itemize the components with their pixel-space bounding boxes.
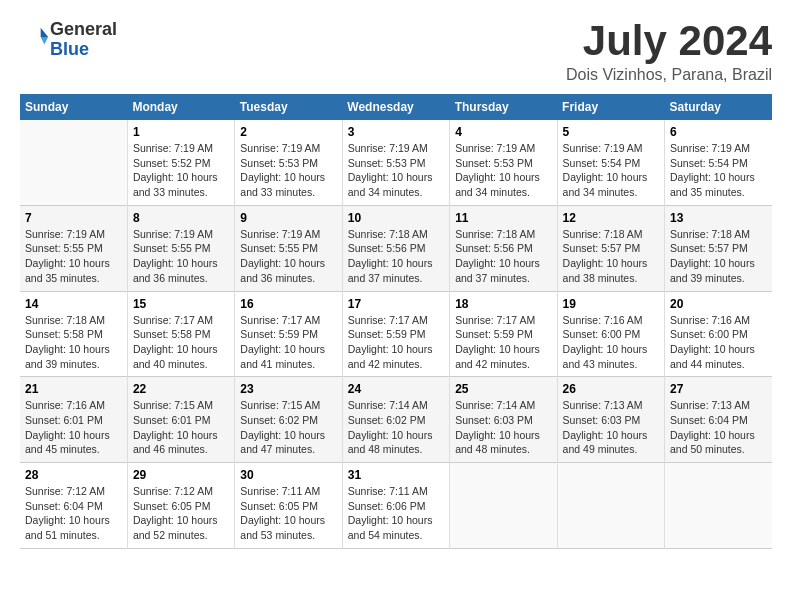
calendar-cell: 15Sunrise: 7:17 AM Sunset: 5:58 PM Dayli… (127, 291, 234, 377)
calendar-cell: 21Sunrise: 7:16 AM Sunset: 6:01 PM Dayli… (20, 377, 127, 463)
calendar-cell: 25Sunrise: 7:14 AM Sunset: 6:03 PM Dayli… (450, 377, 557, 463)
day-number: 11 (455, 211, 551, 225)
calendar-cell: 13Sunrise: 7:18 AM Sunset: 5:57 PM Dayli… (665, 205, 772, 291)
week-row-2: 7Sunrise: 7:19 AM Sunset: 5:55 PM Daylig… (20, 205, 772, 291)
header-day-wednesday: Wednesday (342, 94, 449, 120)
day-info: Sunrise: 7:19 AM Sunset: 5:54 PM Dayligh… (670, 141, 767, 200)
day-info: Sunrise: 7:17 AM Sunset: 5:58 PM Dayligh… (133, 313, 229, 372)
day-info: Sunrise: 7:11 AM Sunset: 6:06 PM Dayligh… (348, 484, 444, 543)
day-info: Sunrise: 7:18 AM Sunset: 5:56 PM Dayligh… (348, 227, 444, 286)
header-day-tuesday: Tuesday (235, 94, 342, 120)
calendar-cell: 1Sunrise: 7:19 AM Sunset: 5:52 PM Daylig… (127, 120, 234, 205)
day-number: 26 (563, 382, 659, 396)
day-number: 22 (133, 382, 229, 396)
day-number: 19 (563, 297, 659, 311)
calendar-cell: 2Sunrise: 7:19 AM Sunset: 5:53 PM Daylig… (235, 120, 342, 205)
day-info: Sunrise: 7:16 AM Sunset: 6:00 PM Dayligh… (670, 313, 767, 372)
day-info: Sunrise: 7:11 AM Sunset: 6:05 PM Dayligh… (240, 484, 336, 543)
title-block: July 2024 Dois Vizinhos, Parana, Brazil (566, 20, 772, 84)
logo-icon (22, 24, 50, 52)
day-number: 20 (670, 297, 767, 311)
calendar-cell: 7Sunrise: 7:19 AM Sunset: 5:55 PM Daylig… (20, 205, 127, 291)
day-number: 13 (670, 211, 767, 225)
calendar-cell: 19Sunrise: 7:16 AM Sunset: 6:00 PM Dayli… (557, 291, 664, 377)
calendar-cell: 11Sunrise: 7:18 AM Sunset: 5:56 PM Dayli… (450, 205, 557, 291)
day-number: 23 (240, 382, 336, 396)
day-info: Sunrise: 7:13 AM Sunset: 6:04 PM Dayligh… (670, 398, 767, 457)
calendar-cell: 26Sunrise: 7:13 AM Sunset: 6:03 PM Dayli… (557, 377, 664, 463)
page-header: General Blue July 2024 Dois Vizinhos, Pa… (20, 20, 772, 84)
day-number: 8 (133, 211, 229, 225)
day-number: 5 (563, 125, 659, 139)
calendar-cell (557, 463, 664, 549)
calendar-cell: 20Sunrise: 7:16 AM Sunset: 6:00 PM Dayli… (665, 291, 772, 377)
day-number: 4 (455, 125, 551, 139)
calendar-body: 1Sunrise: 7:19 AM Sunset: 5:52 PM Daylig… (20, 120, 772, 548)
day-info: Sunrise: 7:18 AM Sunset: 5:58 PM Dayligh… (25, 313, 122, 372)
day-info: Sunrise: 7:15 AM Sunset: 6:01 PM Dayligh… (133, 398, 229, 457)
day-number: 28 (25, 468, 122, 482)
day-number: 15 (133, 297, 229, 311)
week-row-5: 28Sunrise: 7:12 AM Sunset: 6:04 PM Dayli… (20, 463, 772, 549)
day-info: Sunrise: 7:19 AM Sunset: 5:55 PM Dayligh… (133, 227, 229, 286)
day-info: Sunrise: 7:18 AM Sunset: 5:57 PM Dayligh… (670, 227, 767, 286)
day-info: Sunrise: 7:16 AM Sunset: 6:01 PM Dayligh… (25, 398, 122, 457)
day-number: 17 (348, 297, 444, 311)
calendar-cell: 28Sunrise: 7:12 AM Sunset: 6:04 PM Dayli… (20, 463, 127, 549)
day-info: Sunrise: 7:17 AM Sunset: 5:59 PM Dayligh… (348, 313, 444, 372)
day-number: 3 (348, 125, 444, 139)
logo: General Blue (20, 20, 117, 60)
calendar-cell (20, 120, 127, 205)
calendar-cell: 30Sunrise: 7:11 AM Sunset: 6:05 PM Dayli… (235, 463, 342, 549)
calendar-cell: 29Sunrise: 7:12 AM Sunset: 6:05 PM Dayli… (127, 463, 234, 549)
day-info: Sunrise: 7:19 AM Sunset: 5:55 PM Dayligh… (240, 227, 336, 286)
month-title: July 2024 (566, 20, 772, 62)
svg-marker-0 (41, 28, 48, 37)
calendar-table: SundayMondayTuesdayWednesdayThursdayFrid… (20, 94, 772, 549)
day-number: 14 (25, 297, 122, 311)
day-number: 29 (133, 468, 229, 482)
day-info: Sunrise: 7:14 AM Sunset: 6:02 PM Dayligh… (348, 398, 444, 457)
day-info: Sunrise: 7:19 AM Sunset: 5:55 PM Dayligh… (25, 227, 122, 286)
day-number: 2 (240, 125, 336, 139)
day-number: 31 (348, 468, 444, 482)
day-number: 25 (455, 382, 551, 396)
calendar-cell: 4Sunrise: 7:19 AM Sunset: 5:53 PM Daylig… (450, 120, 557, 205)
day-number: 21 (25, 382, 122, 396)
day-info: Sunrise: 7:19 AM Sunset: 5:53 PM Dayligh… (455, 141, 551, 200)
day-info: Sunrise: 7:13 AM Sunset: 6:03 PM Dayligh… (563, 398, 659, 457)
day-info: Sunrise: 7:19 AM Sunset: 5:53 PM Dayligh… (348, 141, 444, 200)
day-info: Sunrise: 7:16 AM Sunset: 6:00 PM Dayligh… (563, 313, 659, 372)
calendar-cell (665, 463, 772, 549)
day-number: 27 (670, 382, 767, 396)
calendar-cell: 10Sunrise: 7:18 AM Sunset: 5:56 PM Dayli… (342, 205, 449, 291)
day-info: Sunrise: 7:19 AM Sunset: 5:52 PM Dayligh… (133, 141, 229, 200)
calendar-cell: 17Sunrise: 7:17 AM Sunset: 5:59 PM Dayli… (342, 291, 449, 377)
day-info: Sunrise: 7:18 AM Sunset: 5:57 PM Dayligh… (563, 227, 659, 286)
logo-general: General (50, 19, 117, 39)
day-number: 12 (563, 211, 659, 225)
calendar-cell: 14Sunrise: 7:18 AM Sunset: 5:58 PM Dayli… (20, 291, 127, 377)
day-number: 6 (670, 125, 767, 139)
header-day-friday: Friday (557, 94, 664, 120)
day-info: Sunrise: 7:15 AM Sunset: 6:02 PM Dayligh… (240, 398, 336, 457)
calendar-cell: 22Sunrise: 7:15 AM Sunset: 6:01 PM Dayli… (127, 377, 234, 463)
header-day-monday: Monday (127, 94, 234, 120)
calendar-cell: 12Sunrise: 7:18 AM Sunset: 5:57 PM Dayli… (557, 205, 664, 291)
day-number: 9 (240, 211, 336, 225)
calendar-cell: 24Sunrise: 7:14 AM Sunset: 6:02 PM Dayli… (342, 377, 449, 463)
calendar-cell: 5Sunrise: 7:19 AM Sunset: 5:54 PM Daylig… (557, 120, 664, 205)
week-row-4: 21Sunrise: 7:16 AM Sunset: 6:01 PM Dayli… (20, 377, 772, 463)
calendar-cell (450, 463, 557, 549)
calendar-header-row: SundayMondayTuesdayWednesdayThursdayFrid… (20, 94, 772, 120)
calendar-cell: 8Sunrise: 7:19 AM Sunset: 5:55 PM Daylig… (127, 205, 234, 291)
calendar-cell: 18Sunrise: 7:17 AM Sunset: 5:59 PM Dayli… (450, 291, 557, 377)
day-number: 18 (455, 297, 551, 311)
day-info: Sunrise: 7:19 AM Sunset: 5:54 PM Dayligh… (563, 141, 659, 200)
day-number: 30 (240, 468, 336, 482)
day-number: 7 (25, 211, 122, 225)
day-number: 1 (133, 125, 229, 139)
week-row-3: 14Sunrise: 7:18 AM Sunset: 5:58 PM Dayli… (20, 291, 772, 377)
day-number: 24 (348, 382, 444, 396)
calendar-cell: 16Sunrise: 7:17 AM Sunset: 5:59 PM Dayli… (235, 291, 342, 377)
